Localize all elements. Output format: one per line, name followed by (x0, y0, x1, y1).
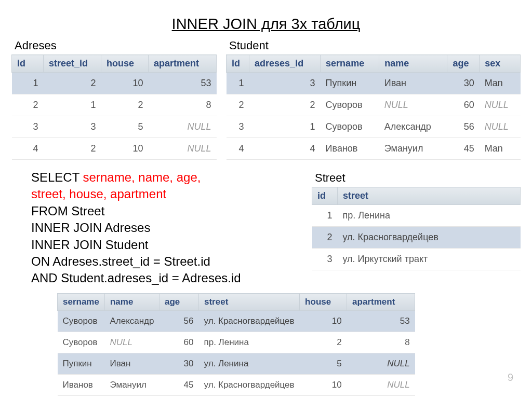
table-row: ПупкинИван30ул. Ленина5NULL (58, 353, 415, 374)
sql-and: AND Student.adreses_id = Adreses.id (31, 271, 241, 285)
table-cell: Пупкин (58, 353, 105, 374)
sql-join-1: INNER JOIN Adreses (31, 221, 150, 235)
table-cell: 2 (44, 73, 101, 94)
table-cell: 5 (101, 116, 149, 138)
table-cell: Иванов (321, 138, 379, 160)
column-header: street_id (44, 55, 101, 73)
sql-from: FROM Street (31, 204, 104, 218)
table-cell: Суворов (58, 332, 105, 353)
table-cell: 2 (12, 94, 44, 116)
table-cell: ул. Красногвардейцев (199, 310, 300, 332)
table-cell: 4 (227, 138, 249, 160)
table-cell: Иван (379, 73, 447, 94)
table-cell: 3 (12, 116, 44, 138)
column-header: apartment (149, 55, 217, 73)
table-cell: 4 (249, 138, 321, 160)
table-cell: NULL (149, 138, 217, 160)
street-table: idstreet 1пр. Ленина2ул. Красногвардейце… (312, 187, 521, 270)
table-cell: 2 (312, 227, 338, 249)
table-cell: 8 (149, 94, 217, 116)
table-row: 335NULL (12, 116, 217, 138)
result-header-row: sernamenameagestreethouseapartment (58, 293, 415, 310)
table-row: ИвановЭмануил45ул. Красногвардейцев10NUL… (58, 374, 415, 395)
table-cell: 60 (447, 94, 480, 116)
adreses-body: 1210532128335NULL4210NULL (12, 73, 217, 160)
table-cell: NULL (480, 116, 521, 138)
sql-query: SELECT sername, name, age, street, house… (31, 169, 281, 287)
table-cell: 10 (300, 310, 347, 332)
column-header: id (12, 55, 44, 73)
adreses-table: idstreet_idhouseapartment 1210532128335N… (11, 54, 217, 160)
table-cell: NULL (379, 94, 447, 116)
table-cell: ул. Ленина (199, 353, 300, 374)
page-title: INNER JOIN для 3х таблиц (0, 16, 532, 33)
column-header: street (338, 187, 521, 205)
student-label: Student (229, 39, 521, 52)
sql-join-2: INNER JOIN Student (31, 238, 148, 252)
student-table: idadreses_idsernamenameagesex 13ПупкинИв… (226, 54, 521, 160)
sql-on: ON Adreses.street_id = Street.id (31, 254, 210, 268)
table-cell: NULL (149, 116, 217, 138)
table-cell: Суворов (321, 94, 379, 116)
table-cell: 1 (44, 94, 101, 116)
result-body: СуворовАлександр56ул. Красногвардейцев10… (58, 310, 415, 395)
table-row: 22СуворовNULL60NULL (227, 94, 521, 116)
column-header: id (312, 187, 338, 205)
table-cell: Man (480, 73, 521, 94)
table-cell: 1 (249, 116, 321, 138)
table-cell: ул. Иркутский тракт (338, 249, 521, 270)
column-header: name (104, 293, 159, 310)
table-cell: 53 (149, 73, 217, 94)
sql-select-kw: SELECT (31, 170, 83, 184)
table-cell: Пупкин (321, 73, 379, 94)
table-row: 2128 (12, 94, 217, 116)
table-cell: Эмануил (104, 374, 159, 395)
street-header-row: idstreet (312, 187, 521, 205)
table-cell: Иванов (58, 374, 105, 395)
table-cell: Эмануил (379, 138, 447, 160)
table-cell: 45 (159, 374, 199, 395)
table-cell: NULL (347, 353, 415, 374)
adreses-label: Adreses (15, 39, 217, 52)
table-cell: 3 (44, 116, 101, 138)
table-row: 44ИвановЭмануил45Man (227, 138, 521, 160)
column-header: sername (58, 293, 105, 310)
table-cell: 3 (312, 249, 338, 270)
table-cell: 1 (312, 205, 338, 227)
table-cell: 2 (249, 94, 321, 116)
table-cell: 53 (347, 310, 415, 332)
table-cell: 56 (159, 310, 199, 332)
column-header: sername (321, 55, 379, 73)
table-cell: 1 (227, 73, 249, 94)
column-header: age (447, 55, 480, 73)
column-header: apartment (347, 293, 415, 310)
table-cell: 1 (12, 73, 44, 94)
table-cell: Man (480, 138, 521, 160)
table-row: 3ул. Иркутский тракт (312, 249, 521, 270)
slide-number: 9 (508, 372, 513, 383)
table-cell: 30 (159, 353, 199, 374)
table-cell: 10 (101, 138, 149, 160)
table-cell: 8 (347, 332, 415, 353)
column-header: adreses_id (249, 55, 321, 73)
table-cell: 2 (44, 138, 101, 160)
column-header: age (159, 293, 199, 310)
adreses-header-row: idstreet_idhouseapartment (12, 55, 217, 73)
table-row: СуворовАлександр56ул. Красногвардейцев10… (58, 310, 415, 332)
table-cell: пр. Ленина (199, 332, 300, 353)
table-cell: 3 (227, 116, 249, 138)
table-row: 121053 (12, 73, 217, 94)
column-header: street (199, 293, 300, 310)
table-cell: NULL (347, 374, 415, 395)
sql-columns-2: street, house, apartment (31, 187, 166, 201)
table-cell: 60 (159, 332, 199, 353)
student-body: 13ПупкинИван30Man22СуворовNULL60NULL31Су… (227, 73, 521, 160)
table-cell: NULL (480, 94, 521, 116)
table-cell: NULL (104, 332, 159, 353)
table-cell: Суворов (58, 310, 105, 332)
result-table: sernamenameagestreethouseapartment Сувор… (57, 293, 415, 396)
student-header-row: idadreses_idsernamenameagesex (227, 55, 521, 73)
sql-columns-1: sername, name, age, (83, 170, 201, 184)
table-cell: 45 (447, 138, 480, 160)
table-cell: 10 (101, 73, 149, 94)
